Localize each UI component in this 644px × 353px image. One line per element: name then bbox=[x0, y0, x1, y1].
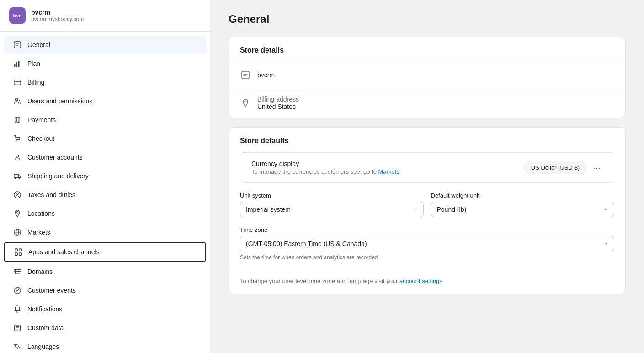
markets-link[interactable]: Markets bbox=[378, 168, 399, 175]
sidebar-label-languages: Languages bbox=[27, 343, 59, 350]
store-name-row[interactable]: bvcrm bbox=[229, 62, 625, 88]
svg-rect-23 bbox=[15, 273, 20, 274]
svg-rect-19 bbox=[19, 253, 21, 255]
store-defaults-title: Store defaults bbox=[229, 128, 625, 152]
billing-address-text: Billing address United States bbox=[257, 96, 299, 110]
svg-rect-17 bbox=[19, 249, 21, 251]
currency-info: Currency display To manage the currencie… bbox=[251, 160, 399, 175]
sidebar-item-customer-accounts[interactable]: Customer accounts bbox=[4, 148, 206, 166]
sidebar-label-plan: Plan bbox=[27, 60, 40, 67]
svg-point-8 bbox=[19, 141, 20, 142]
store-icon bbox=[13, 40, 22, 49]
custom-data-icon bbox=[13, 323, 22, 332]
currency-row: Currency display To manage the currencie… bbox=[240, 152, 614, 183]
store-url: bvcrm.myshopify.com bbox=[31, 16, 84, 22]
billing-address-value: United States bbox=[257, 103, 299, 110]
sidebar-item-users-permissions[interactable]: Users and permissions bbox=[4, 92, 206, 110]
sidebar-item-languages[interactable]: Languages bbox=[4, 337, 206, 353]
sidebar-nav: General Plan Billing bbox=[0, 32, 210, 353]
sidebar-label-locations: Locations bbox=[27, 210, 55, 217]
timezone-hint: Sets the time for when orders and analyt… bbox=[240, 254, 614, 261]
sidebar-item-general[interactable]: General bbox=[4, 36, 206, 54]
default-weight-label: Default weight unit bbox=[431, 192, 615, 199]
checkout-icon bbox=[13, 134, 22, 143]
svg-rect-18 bbox=[15, 253, 17, 255]
sidebar-label-domains: Domains bbox=[27, 268, 53, 275]
currency-badge: US Dollar (USD $) bbox=[524, 161, 586, 174]
sidebar: bvc bvcrm bvcrm.myshopify.com General bbox=[0, 0, 210, 353]
shipping-icon bbox=[13, 171, 22, 181]
store-name-icon bbox=[240, 70, 251, 80]
sidebar-label-customer-events: Customer events bbox=[27, 287, 76, 294]
page-title: General bbox=[229, 13, 626, 26]
store-name: bvcrm bbox=[31, 9, 84, 16]
users-icon bbox=[13, 96, 22, 106]
sidebar-label-general: General bbox=[27, 41, 50, 48]
unit-system-label: Unit system bbox=[240, 192, 424, 199]
main-content: General Store details bvcrm Billing addr… bbox=[210, 0, 644, 353]
sidebar-label-shipping: Shipping and delivery bbox=[27, 172, 89, 180]
svg-rect-0 bbox=[14, 42, 21, 48]
svg-rect-10 bbox=[14, 174, 19, 177]
locations-icon bbox=[13, 209, 22, 218]
more-options-button[interactable]: ⋯ bbox=[591, 161, 603, 175]
currency-right: US Dollar (USD $) ⋯ bbox=[524, 161, 603, 175]
notifications-icon bbox=[13, 305, 22, 314]
default-weight-select[interactable]: Pound (lb)Ounce (oz)Kilogram (kg)Gram (g… bbox=[431, 202, 615, 217]
sidebar-item-apps-sales-channels[interactable]: Apps and sales channels bbox=[4, 242, 206, 262]
sidebar-item-customer-events[interactable]: Customer events bbox=[4, 281, 206, 300]
sidebar-item-domains[interactable]: Domains bbox=[4, 262, 206, 281]
unit-system-select[interactable]: Imperial systemMetric system bbox=[240, 202, 424, 217]
sidebar-item-payments[interactable]: Payments bbox=[4, 111, 206, 129]
sidebar-label-customer-accounts: Customer accounts bbox=[27, 154, 83, 161]
store-details-title: Store details bbox=[229, 37, 625, 62]
events-icon bbox=[13, 286, 22, 295]
svg-rect-3 bbox=[18, 61, 20, 67]
billing-address-row[interactable]: Billing address United States bbox=[229, 88, 625, 118]
sidebar-label-payments: Payments bbox=[27, 116, 56, 123]
sidebar-label-custom-data: Custom data bbox=[27, 324, 64, 332]
sidebar-label-billing: Billing bbox=[27, 79, 44, 86]
store-defaults-body: Currency display To manage the currencie… bbox=[229, 152, 625, 294]
sidebar-item-notifications[interactable]: Notifications bbox=[4, 300, 206, 318]
customer-icon bbox=[13, 153, 22, 162]
unit-weight-row: Unit system Imperial systemMetric system… bbox=[229, 192, 625, 226]
account-settings-row: To change your user level time zone and … bbox=[229, 270, 625, 292]
sidebar-label-users: Users and permissions bbox=[27, 97, 92, 105]
default-weight-group: Default weight unit Pound (lb)Ounce (oz)… bbox=[431, 192, 615, 217]
svg-point-6 bbox=[16, 98, 18, 101]
svg-point-9 bbox=[16, 155, 18, 157]
sidebar-label-markets: Markets bbox=[27, 229, 50, 236]
markets-icon bbox=[13, 228, 22, 237]
sidebar-item-taxes[interactable]: Taxes and duties bbox=[4, 186, 206, 204]
svg-rect-16 bbox=[15, 249, 17, 251]
svg-rect-26 bbox=[242, 71, 249, 79]
svg-rect-4 bbox=[14, 80, 21, 85]
store-details-card: Store details bvcrm Billing address Unit… bbox=[229, 37, 626, 118]
billing-icon bbox=[13, 78, 22, 87]
billing-address-label: Billing address bbox=[257, 96, 299, 103]
sidebar-label-apps: Apps and sales channels bbox=[28, 248, 100, 256]
svg-rect-2 bbox=[16, 62, 17, 67]
store-name-value: bvcrm bbox=[257, 71, 275, 79]
store-avatar: bvc bbox=[9, 7, 26, 24]
sidebar-header: bvc bvcrm bvcrm.myshopify.com bbox=[0, 0, 210, 32]
sidebar-item-checkout[interactable]: Checkout bbox=[4, 129, 206, 148]
sidebar-item-markets[interactable]: Markets bbox=[4, 223, 206, 241]
languages-icon bbox=[13, 342, 22, 351]
sidebar-item-custom-data[interactable]: Custom data bbox=[4, 319, 206, 337]
payments-icon bbox=[13, 115, 22, 124]
timezone-group: Time zone (GMT-05:00) Eastern Time (US &… bbox=[229, 226, 625, 270]
svg-point-12 bbox=[19, 178, 20, 179]
svg-point-14 bbox=[16, 212, 18, 214]
sidebar-item-shipping[interactable]: Shipping and delivery bbox=[4, 167, 206, 185]
sidebar-item-locations[interactable]: Locations bbox=[4, 204, 206, 223]
timezone-label: Time zone bbox=[240, 226, 614, 233]
taxes-icon bbox=[13, 190, 22, 199]
sidebar-item-billing[interactable]: Billing bbox=[4, 73, 206, 91]
account-settings-link[interactable]: account settings bbox=[399, 278, 442, 284]
unit-system-group: Unit system Imperial systemMetric system bbox=[240, 192, 424, 217]
sidebar-item-plan[interactable]: Plan bbox=[4, 54, 206, 73]
svg-point-27 bbox=[245, 101, 246, 102]
timezone-select[interactable]: (GMT-05:00) Eastern Time (US & Canada) bbox=[240, 236, 614, 251]
